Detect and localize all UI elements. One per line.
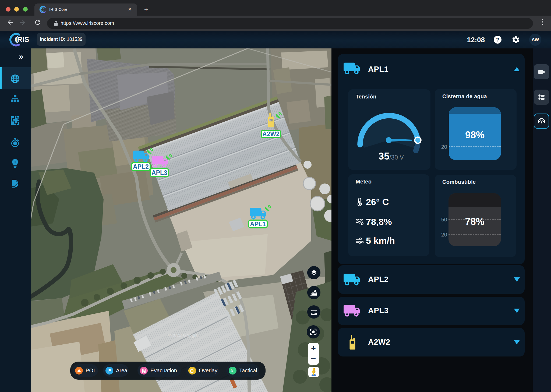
svg-text:is: is: [231, 369, 233, 373]
svg-text:IRIS: IRIS: [15, 36, 29, 44]
svg-text:©2022 Google: ©2022 Google: [168, 333, 198, 338]
